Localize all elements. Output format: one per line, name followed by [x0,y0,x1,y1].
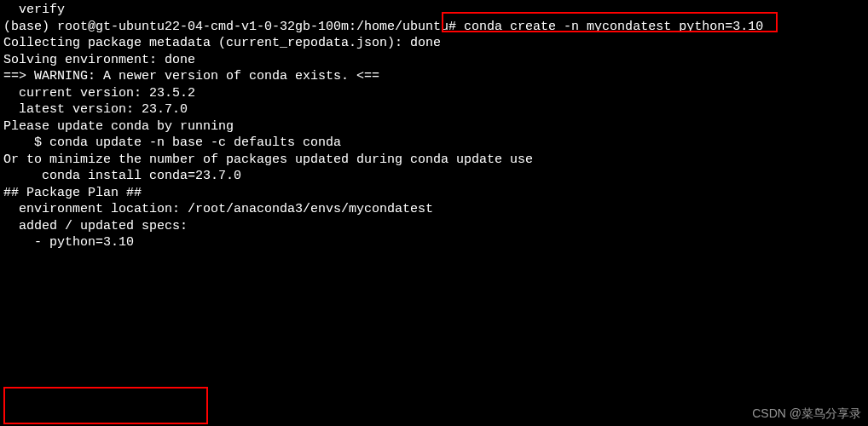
terminal-line: $ conda update -n base -c defaults conda [3,135,865,152]
terminal-line: current version: 23.5.2 [3,85,865,102]
terminal-prompt-line[interactable]: (base) root@gt-ubuntu22-04-cmd-v1-0-32gb… [3,19,865,36]
annotation-highlight-specs [3,387,208,424]
terminal-line: Or to minimize the number of packages up… [3,152,865,169]
terminal-line: ## Package Plan ## [3,185,865,202]
terminal-line: verify [3,2,865,19]
terminal-line: ==> WARNING: A newer version of conda ex… [3,68,865,85]
terminal-line: Collecting package metadata (current_rep… [3,35,865,52]
watermark-text: CSDN @菜鸟分享录 [752,406,861,421]
terminal-line: added / updated specs: [3,218,865,235]
terminal-line: conda install conda=23.7.0 [3,168,865,185]
command-input[interactable]: conda create -n mycondatest python=3.10 [464,20,763,34]
terminal-line: Please update conda by running [3,118,865,135]
shell-prompt: (base) root@gt-ubuntu22-04-cmd-v1-0-32gb… [3,20,464,34]
terminal-line: latest version: 23.7.0 [3,101,865,118]
terminal-line: environment location: /root/anaconda3/en… [3,201,865,218]
terminal-line: - python=3.10 [3,234,865,251]
terminal-line: Solving environment: done [3,52,865,69]
